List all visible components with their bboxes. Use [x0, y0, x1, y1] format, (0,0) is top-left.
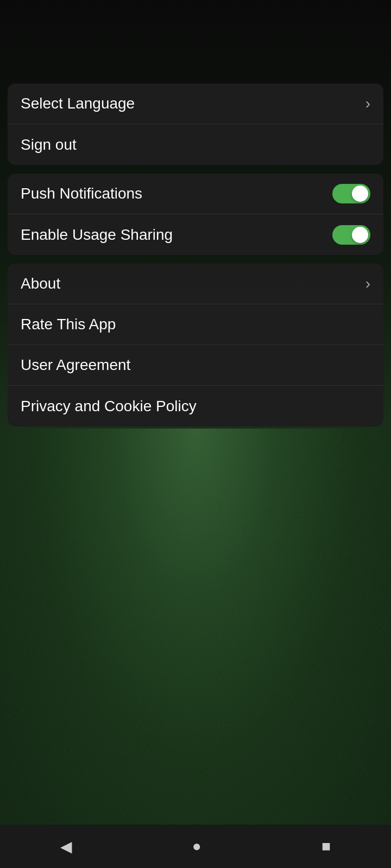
push-notifications-item[interactable]: Push Notifications	[8, 174, 383, 214]
about-label: About	[21, 275, 60, 292]
rate-app-label: Rate This App	[21, 316, 116, 333]
usage-sharing-item[interactable]: Enable Usage Sharing	[8, 214, 383, 255]
nav-bar: ◀ ● ■	[0, 825, 391, 868]
settings-content: Select Language › Sign out Push Notifica…	[0, 76, 391, 426]
chevron-right-icon: ›	[365, 95, 370, 112]
section-preferences: Push Notifications Enable Usage Sharing	[8, 174, 383, 255]
toggle-thumb	[352, 186, 368, 202]
push-notifications-toggle[interactable]	[332, 184, 370, 203]
bg-grass	[0, 429, 391, 835]
rate-app-item[interactable]: Rate This App	[8, 304, 383, 345]
section-account: Select Language › Sign out	[8, 84, 383, 165]
about-item[interactable]: About ›	[8, 264, 383, 304]
privacy-policy-label: Privacy and Cookie Policy	[21, 398, 197, 415]
toggle-track	[332, 184, 370, 203]
usage-sharing-toggle[interactable]	[332, 225, 370, 245]
sign-out-label: Sign out	[21, 136, 77, 154]
nav-back-button[interactable]: ◀	[44, 832, 89, 861]
nav-home-button[interactable]: ●	[176, 832, 218, 860]
svg-rect-5	[0, 429, 391, 835]
user-agreement-label: User Agreement	[21, 356, 130, 374]
push-notifications-label: Push Notifications	[21, 185, 142, 202]
sign-out-item[interactable]: Sign out	[8, 124, 383, 165]
privacy-policy-item[interactable]: Privacy and Cookie Policy	[8, 386, 383, 426]
toggle-track-2	[332, 225, 370, 245]
nav-recent-button[interactable]: ■	[305, 832, 347, 860]
usage-sharing-label: Enable Usage Sharing	[21, 226, 173, 244]
user-agreement-item[interactable]: User Agreement	[8, 345, 383, 386]
select-language-item[interactable]: Select Language ›	[8, 84, 383, 124]
toggle-thumb-2	[352, 227, 368, 243]
select-language-label: Select Language	[21, 95, 135, 112]
section-info: About › Rate This App User Agreement Pri…	[8, 264, 383, 426]
about-chevron-icon: ›	[365, 275, 370, 292]
